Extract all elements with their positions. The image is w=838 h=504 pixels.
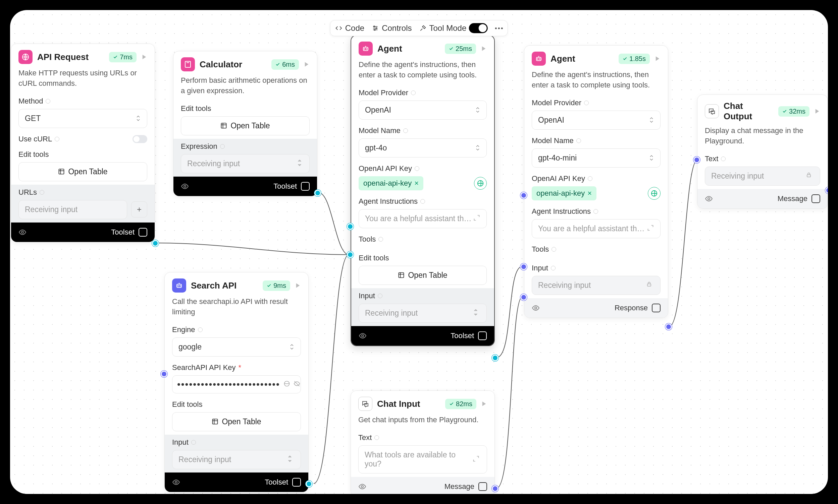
- toolbar-tool-mode[interactable]: Tool Mode: [419, 23, 488, 33]
- status-badge: 9ms: [263, 281, 290, 291]
- scan-icon[interactable]: [292, 478, 301, 487]
- add-url-button[interactable]: +: [131, 201, 147, 217]
- instructions-input[interactable]: You are a helpful assistant that can...: [532, 219, 661, 238]
- lock-icon: [646, 281, 654, 289]
- output-port[interactable]: [492, 355, 498, 361]
- visibility-icon[interactable]: [532, 304, 540, 312]
- globe-button[interactable]: [648, 187, 661, 200]
- run-button[interactable]: [481, 46, 487, 52]
- chevron-updown-icon: [476, 107, 480, 113]
- globe-icon: [18, 50, 33, 64]
- node-footer: Response: [524, 298, 668, 318]
- svg-point-49: [537, 59, 538, 59]
- chevron-updown-icon: [136, 115, 141, 121]
- output-port[interactable]: [152, 240, 159, 247]
- scan-icon[interactable]: [811, 194, 820, 203]
- input-port-input[interactable]: [520, 294, 527, 301]
- visibility-icon[interactable]: [18, 228, 27, 236]
- node-chat-input[interactable]: Chat Input 82ms Get chat inputs from the…: [350, 391, 495, 494]
- visibility-icon[interactable]: [358, 483, 366, 491]
- node-api-request[interactable]: API Request 7ms Make HTTP requests using…: [11, 43, 155, 242]
- table-icon: [212, 418, 218, 425]
- expand-icon[interactable]: [647, 224, 654, 233]
- run-button[interactable]: [814, 108, 820, 114]
- toolbar-controls[interactable]: Controls: [372, 23, 412, 33]
- globe-icon[interactable]: [284, 380, 290, 389]
- text-input[interactable]: Receiving input: [705, 166, 820, 186]
- node-search-api[interactable]: Search API 9ms Call the searchapi.io API…: [165, 272, 309, 492]
- output-port[interactable]: [306, 481, 312, 487]
- output-port[interactable]: [314, 190, 321, 196]
- model-name-select[interactable]: gpt-4o: [359, 139, 487, 158]
- input-port[interactable]: [520, 192, 527, 199]
- node-footer: Toolset: [165, 472, 308, 492]
- model-provider-select[interactable]: OpenAI: [359, 101, 487, 120]
- visibility-icon[interactable]: [705, 195, 713, 203]
- run-button[interactable]: [295, 283, 301, 289]
- lock-icon: [806, 172, 814, 180]
- open-table-button[interactable]: Open Table: [359, 266, 487, 285]
- output-label: Response: [615, 304, 648, 312]
- run-button[interactable]: [141, 54, 147, 60]
- scan-icon[interactable]: [139, 228, 147, 237]
- remove-tag-icon[interactable]: ×: [414, 179, 419, 188]
- open-table-button[interactable]: Open Table: [181, 116, 310, 136]
- input-port-tools[interactable]: [520, 264, 527, 270]
- run-button[interactable]: [654, 56, 661, 62]
- svg-marker-20: [305, 62, 309, 67]
- node-calculator[interactable]: Calculator 6ms Perform basic arithmetic …: [173, 51, 318, 196]
- svg-rect-42: [399, 273, 404, 278]
- input-port[interactable]: [347, 223, 354, 230]
- open-table-button[interactable]: Open Table: [172, 412, 301, 431]
- remove-tag-icon[interactable]: ×: [587, 189, 592, 198]
- output-label: Toolset: [273, 182, 297, 191]
- scan-icon[interactable]: [652, 304, 661, 312]
- open-table-button[interactable]: Open Table: [18, 162, 147, 181]
- run-button[interactable]: [481, 401, 487, 407]
- node-agent-1[interactable]: Agent 25ms Define the agent's instructio…: [350, 35, 495, 346]
- tool-mode-toggle[interactable]: [469, 23, 488, 33]
- scan-icon[interactable]: [301, 182, 310, 191]
- output-port[interactable]: [492, 485, 498, 492]
- expand-icon[interactable]: [473, 455, 481, 464]
- model-provider-select[interactable]: OpenAI: [532, 111, 661, 130]
- urls-input[interactable]: Receiving input: [18, 200, 127, 219]
- instructions-input[interactable]: You are a helpful assistant that can...: [359, 209, 487, 228]
- api-key-tag[interactable]: openai-api-key×: [532, 186, 597, 200]
- input-port[interactable]: [694, 157, 700, 163]
- expression-input[interactable]: Receiving input: [181, 154, 310, 173]
- output-label: Message: [777, 194, 807, 203]
- node-description: Define the agent's instructions, then en…: [524, 70, 668, 95]
- input-port[interactable]: [161, 371, 167, 377]
- api-key-input[interactable]: ••••••••••••••••••••••••••: [172, 375, 301, 393]
- status-badge: 82ms: [445, 399, 476, 409]
- input-port-tools[interactable]: [347, 251, 354, 258]
- expand-icon[interactable]: [296, 160, 304, 167]
- model-name-select[interactable]: gpt-4o-mini: [532, 148, 661, 167]
- run-button[interactable]: [304, 61, 310, 67]
- edit-tools-label: Edit tools: [181, 104, 310, 113]
- bot-icon: [359, 41, 373, 56]
- input-field[interactable]: Receiving input: [172, 450, 301, 469]
- method-select[interactable]: GET: [18, 109, 147, 128]
- output-port[interactable]: [665, 323, 672, 330]
- visibility-icon[interactable]: [359, 332, 367, 340]
- scan-icon[interactable]: [478, 482, 487, 491]
- visibility-icon[interactable]: [172, 478, 180, 486]
- use-curl-toggle[interactable]: [133, 135, 147, 143]
- toolbar-code[interactable]: Code: [335, 23, 364, 33]
- visibility-icon[interactable]: [181, 182, 189, 190]
- api-key-tag[interactable]: openai-api-key×: [359, 176, 423, 190]
- text-input[interactable]: What tools are available to you?: [358, 445, 487, 473]
- input-field[interactable]: Receiving input: [532, 276, 661, 295]
- expand-icon[interactable]: [473, 214, 480, 222]
- node-agent-2[interactable]: Agent 1.85s Define the agent's instructi…: [524, 45, 668, 318]
- eye-off-icon[interactable]: [293, 380, 300, 389]
- scan-icon[interactable]: [478, 331, 487, 340]
- node-chat-output[interactable]: Chat Output 32ms Display a chat message …: [697, 94, 828, 209]
- node-title: Agent: [550, 54, 614, 64]
- input-field[interactable]: Receiving input: [359, 304, 487, 323]
- engine-select[interactable]: google: [172, 338, 301, 357]
- globe-button[interactable]: [474, 177, 487, 190]
- toolbar-more-button[interactable]: [495, 28, 503, 29]
